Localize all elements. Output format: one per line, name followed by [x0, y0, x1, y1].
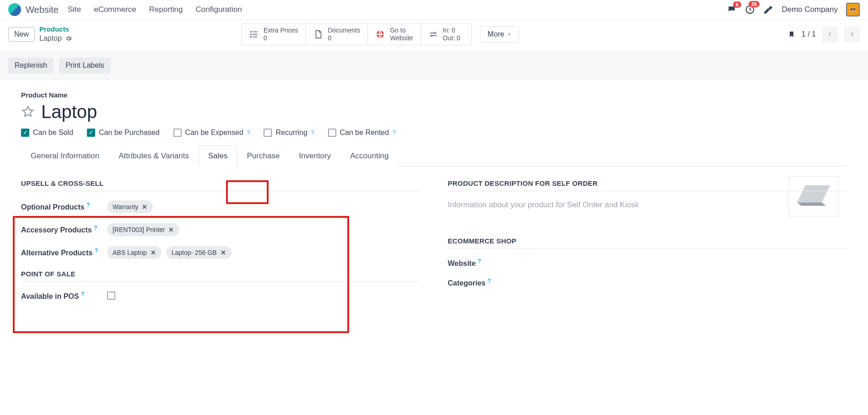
caret-down-icon	[507, 32, 512, 37]
svg-rect-5	[253, 31, 257, 32]
messaging-icon[interactable]: 6	[727, 5, 737, 14]
checkbox-icon	[264, 129, 272, 137]
menu-site[interactable]: Site	[68, 5, 81, 14]
flag-can-be-purchased[interactable]: Can be Purchased	[87, 129, 160, 137]
action-bar: Replenish Print Labels	[0, 51, 868, 80]
tab-sales[interactable]: Sales	[199, 146, 237, 167]
breadcrumb-parent[interactable]: Products	[39, 25, 72, 34]
tab-attributes-variants[interactable]: Attributes & Variants	[109, 146, 199, 167]
tag-item[interactable]: Laptop- 256 GB✕	[166, 246, 232, 259]
pager-prev[interactable]	[822, 27, 838, 42]
checkbox-icon	[87, 129, 95, 137]
optional-products-input[interactable]: Warranty✕	[107, 200, 153, 213]
alternative-products-input[interactable]: ABS Laptop✕ Laptop- 256 GB✕	[107, 246, 232, 259]
pager-text[interactable]: 1 / 1	[802, 30, 816, 38]
field-categories: Categories ?	[448, 278, 847, 287]
checkbox-available-in-pos[interactable]	[107, 291, 115, 300]
company-switcher[interactable]: Demo Company	[782, 5, 838, 14]
section-ecommerce-title: ECOMMERCE SHOP	[448, 237, 847, 249]
pager-next[interactable]	[844, 27, 860, 42]
tab-bar: General Information Attributes & Variant…	[21, 145, 847, 167]
user-avatar[interactable]	[846, 3, 860, 16]
close-icon[interactable]: ✕	[221, 249, 226, 256]
flag-can-be-sold[interactable]: Can be Sold	[21, 129, 73, 137]
sales-tab-content: UPSELL & CROSS-SELL Optional Products ? …	[21, 167, 847, 311]
stat-go-to-website[interactable]: Go toWebsite	[368, 24, 421, 45]
tab-purchase[interactable]: Purchase	[237, 146, 289, 167]
help-icon[interactable]: ?	[478, 258, 481, 264]
field-accessory-products: Accessory Products ? [RENT003] Printer✕	[21, 223, 421, 236]
left-column: UPSELL & CROSS-SELL Optional Products ? …	[21, 179, 421, 311]
top-navbar: Website Site eCommerce Reporting Configu…	[0, 0, 868, 20]
product-name-label: Product Name	[21, 91, 847, 99]
chevron-right-icon	[849, 31, 855, 38]
help-icon[interactable]: ?	[94, 225, 97, 231]
svg-point-4	[250, 31, 252, 32]
chevron-left-icon	[827, 31, 833, 38]
section-self-order-title: PRODUCT DESCRIPTION FOR SELF ORDER	[448, 179, 847, 191]
debug-tools-icon[interactable]	[763, 5, 773, 15]
control-bar: New Products Laptop Extra Prices0 Docume…	[0, 20, 868, 51]
product-flags: Can be Sold Can be Purchased Can be Expe…	[21, 129, 847, 137]
activities-icon[interactable]: 26	[745, 5, 755, 15]
bookmark-icon[interactable]	[788, 30, 795, 39]
help-icon[interactable]: ?	[311, 129, 314, 136]
section-pos-title: POINT OF SALE	[21, 270, 421, 282]
favorite-star-icon[interactable]	[21, 105, 35, 119]
close-icon[interactable]: ✕	[168, 226, 174, 233]
menu-configuration[interactable]: Configuration	[196, 5, 242, 14]
flag-recurring[interactable]: Recurring?	[264, 129, 314, 137]
menu-reporting[interactable]: Reporting	[149, 5, 183, 14]
flag-can-be-rented[interactable]: Can be Rented?	[328, 129, 396, 137]
stat-documents[interactable]: Documents0	[306, 24, 368, 45]
svg-rect-7	[253, 34, 257, 35]
breadcrumb: Products Laptop	[39, 25, 72, 43]
help-icon[interactable]: ?	[247, 129, 250, 136]
tag-item[interactable]: Warranty✕	[107, 200, 153, 213]
tab-accounting[interactable]: Accounting	[340, 146, 398, 167]
pager-cluster: 1 / 1	[788, 27, 860, 42]
print-labels-button[interactable]: Print Labels	[59, 58, 111, 73]
tag-item[interactable]: ABS Laptop✕	[107, 246, 162, 259]
tab-general-information[interactable]: General Information	[21, 146, 109, 167]
right-column: PRODUCT DESCRIPTION FOR SELF ORDER Infor…	[448, 179, 847, 311]
tag-item[interactable]: [RENT003] Printer✕	[107, 223, 179, 236]
svg-rect-3	[853, 9, 855, 10]
replenish-button[interactable]: Replenish	[8, 58, 54, 73]
help-icon[interactable]: ?	[95, 248, 98, 254]
checkbox-icon	[328, 129, 336, 137]
close-icon[interactable]: ✕	[151, 249, 156, 256]
help-icon[interactable]: ?	[81, 291, 84, 297]
new-button[interactable]: New	[8, 27, 35, 42]
product-name-input[interactable]: Laptop	[41, 102, 97, 122]
gear-icon[interactable]	[65, 35, 72, 42]
menu-ecommerce[interactable]: eCommerce	[94, 5, 136, 14]
flag-can-be-expensed[interactable]: Can be Expensed?	[173, 129, 250, 137]
transfer-icon	[428, 29, 438, 39]
svg-rect-2	[851, 9, 852, 10]
self-order-description-input[interactable]: Information about your product for Self …	[448, 200, 847, 210]
help-icon[interactable]: ?	[393, 129, 396, 136]
help-icon[interactable]: ?	[488, 278, 491, 284]
svg-point-6	[250, 33, 252, 35]
section-upsell-title: UPSELL & CROSS-SELL	[21, 179, 421, 191]
stat-in-out[interactable]: In: 0Out: 0	[421, 24, 471, 45]
tab-inventory[interactable]: Inventory	[289, 146, 340, 167]
stat-extra-prices[interactable]: Extra Prices0	[242, 24, 306, 45]
svg-rect-9	[253, 36, 257, 37]
more-button[interactable]: More	[480, 26, 519, 43]
accessory-products-input[interactable]: [RENT003] Printer✕	[107, 223, 179, 236]
field-alternative-products: Alternative Products ? ABS Laptop✕ Lapto…	[21, 246, 421, 259]
breadcrumb-current: Laptop	[39, 34, 62, 43]
brand[interactable]: Website	[8, 3, 59, 16]
svg-point-8	[250, 36, 252, 38]
top-right-cluster: 6 26 Demo Company	[727, 3, 860, 16]
brand-name: Website	[26, 5, 59, 15]
main-menu: Site eCommerce Reporting Configuration	[68, 5, 242, 14]
globe-icon	[375, 29, 385, 39]
close-icon[interactable]: ✕	[142, 203, 147, 210]
field-available-in-pos: Available in POS ?	[21, 291, 421, 301]
stat-buttons: Extra Prices0 Documents0 Go toWebsite In…	[241, 23, 472, 45]
help-icon[interactable]: ?	[86, 202, 90, 208]
activities-badge: 26	[749, 1, 760, 7]
